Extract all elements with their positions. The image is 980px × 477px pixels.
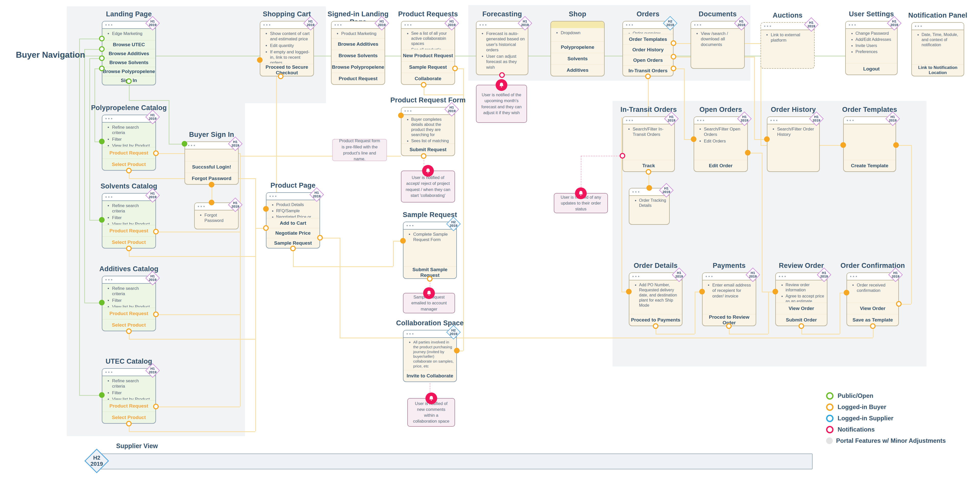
- card-row-logout[interactable]: Logout: [846, 63, 897, 75]
- card-row-succssful-login[interactable]: Succssful Login!: [185, 161, 238, 172]
- card-window[interactable]: Forecast is auto-generated based on user…: [476, 21, 528, 75]
- card-window[interactable]: Enter email address of recepient for ord…: [702, 273, 756, 326]
- card-window[interactable]: Search/Filter In-Transit OrdersTrackH120…: [622, 116, 675, 172]
- connector-port[interactable]: [99, 56, 105, 61]
- card-window[interactable]: Date, Time, Module, and context of notif…: [912, 22, 964, 77]
- card-window[interactable]: Refine search criteriaFilterView list by…: [102, 115, 156, 171]
- card-window[interactable]: Search/Filter Open OrdersEdit OrdersEdit…: [694, 116, 748, 172]
- connector-port[interactable]: [126, 78, 132, 84]
- card-row-edit-order[interactable]: Edit Order: [694, 160, 747, 171]
- connector-port[interactable]: [870, 323, 876, 329]
- card-row-submit-request[interactable]: Submit Request: [401, 144, 455, 155]
- connector-port[interactable]: [799, 323, 804, 329]
- connector-port[interactable]: [398, 113, 404, 118]
- connector-port[interactable]: [153, 229, 159, 235]
- card-row-order-history[interactable]: Order History: [623, 45, 673, 55]
- card-window[interactable]: Add PO Number, Requested delivery date, …: [629, 273, 682, 326]
- connector-port[interactable]: [126, 168, 132, 173]
- connector-port[interactable]: [745, 150, 751, 155]
- card-window[interactable]: Order received confirmationView OrderSav…: [846, 273, 899, 326]
- card-window[interactable]: Refine search criteriaFilterView list by…: [102, 193, 156, 249]
- connector-port[interactable]: [290, 246, 296, 251]
- connector-port[interactable]: [499, 72, 505, 78]
- card-row-browse-polypropelene[interactable]: Browse Polypropelene: [331, 61, 385, 73]
- connector-port[interactable]: [99, 300, 105, 305]
- card-window[interactable]: View /search / download all documentsH12…: [690, 21, 745, 69]
- card-row-browse-additives[interactable]: Browse Additives: [102, 49, 156, 58]
- card-window[interactable]: Order Tracking DetailsH12019: [629, 188, 670, 225]
- card-row-additives[interactable]: Additives: [551, 64, 604, 76]
- connector-port[interactable]: [99, 139, 105, 144]
- connector-port[interactable]: [844, 290, 850, 295]
- connector-port[interactable]: [726, 323, 732, 329]
- card-window[interactable]: Create TemplateH12019: [843, 116, 896, 172]
- card-row-order-templates[interactable]: Order Templates: [623, 34, 673, 45]
- card-row-collaborate[interactable]: Collaborate: [401, 73, 455, 84]
- card-row-view-order[interactable]: View Order: [776, 303, 827, 314]
- card-window[interactable]: Order overviewOrder TemplatesOrder Histo…: [622, 21, 673, 77]
- connector-port[interactable]: [896, 301, 902, 307]
- card-row-product-request[interactable]: Product Request: [102, 225, 156, 236]
- card-row-new-product-request[interactable]: New Product Request: [401, 50, 455, 61]
- connector-port[interactable]: [126, 329, 132, 334]
- card-window[interactable]: Edge MarketingBrowse UTECBrowse Additive…: [102, 21, 156, 85]
- card-row-create-template[interactable]: Create Template: [844, 160, 896, 171]
- connector-port[interactable]: [699, 289, 705, 294]
- connector-port[interactable]: [626, 289, 632, 294]
- card-window[interactable]: Product MarketingBrowse AdditivesBrowse …: [331, 21, 385, 85]
- connector-port[interactable]: [671, 54, 676, 59]
- connector-port[interactable]: [893, 142, 899, 148]
- connector-port[interactable]: [421, 153, 426, 159]
- card-row-add-to-cart[interactable]: Add to Cart: [266, 218, 320, 228]
- connector-port[interactable]: [764, 136, 770, 142]
- card-row-browse-utec[interactable]: Browse UTEC: [102, 40, 156, 49]
- card-window[interactable]: Review order informationAgree to accept …: [775, 273, 827, 326]
- connector-port[interactable]: [671, 40, 676, 46]
- card-row-view-order[interactable]: View Order: [847, 303, 898, 314]
- connector-port[interactable]: [620, 153, 625, 159]
- card-window[interactable]: See a list of all your active collaborat…: [401, 21, 455, 85]
- card-row-browse-solvents[interactable]: Browse Solvents: [331, 50, 385, 61]
- connector-port[interactable]: [126, 246, 132, 251]
- card-row-product-request[interactable]: Product Request: [102, 400, 156, 412]
- connector-port[interactable]: [99, 217, 105, 223]
- card-row-invite-to-collaborate[interactable]: Invite to Collaborate: [404, 370, 456, 381]
- card-window[interactable]: All parties involved in the product purc…: [403, 330, 457, 382]
- connector-port[interactable]: [257, 57, 262, 63]
- connector-port[interactable]: [400, 238, 406, 244]
- connector-port[interactable]: [646, 169, 651, 175]
- card-window[interactable]: Buyer completes details about the produc…: [401, 107, 455, 156]
- card-row-sample-request[interactable]: Sample Request: [401, 61, 455, 73]
- card-window[interactable]: Search/Filter Order HistoryH12019: [767, 116, 820, 172]
- card-row-product-request[interactable]: Product Request: [102, 308, 156, 319]
- card-window[interactable]: Link to external platformH12019: [760, 22, 815, 69]
- connector-port[interactable]: [99, 392, 105, 398]
- connector-port[interactable]: [99, 65, 105, 71]
- connector-port[interactable]: [653, 323, 659, 329]
- connector-port[interactable]: [645, 73, 651, 79]
- card-row-solvents[interactable]: Solvents: [551, 53, 604, 64]
- card-row-open-orders[interactable]: Open Orders: [623, 55, 673, 65]
- connector-port[interactable]: [263, 206, 269, 212]
- connector-port[interactable]: [278, 73, 283, 79]
- card-window[interactable]: Succssful Login!Forgot PasswordH12019: [185, 142, 239, 185]
- card-row-browse-polypropelene[interactable]: Browse Polypropelene: [102, 67, 156, 76]
- card-window[interactable]: Change PasswordAdd/Edit AddressesInvite …: [845, 21, 897, 75]
- connector-port[interactable]: [773, 289, 778, 294]
- card-window[interactable]: Show content of cart and estimated price…: [260, 21, 314, 77]
- connector-port[interactable]: [317, 235, 323, 241]
- connector-port[interactable]: [99, 46, 105, 52]
- connector-port[interactable]: [99, 36, 105, 41]
- connector-port[interactable]: [209, 182, 215, 187]
- card-window[interactable]: DropdownPolypropeleneSolventsAdditives: [550, 21, 605, 77]
- connector-port[interactable]: [840, 142, 846, 148]
- connector-port[interactable]: [153, 404, 159, 409]
- connector-port[interactable]: [452, 65, 458, 71]
- card-row-product-request[interactable]: Product Request: [331, 73, 385, 84]
- card-row-browse-solvents[interactable]: Browse Solvents: [102, 58, 156, 67]
- connector-port[interactable]: [153, 150, 159, 156]
- card-row-negotiate-price[interactable]: Negotiate Price: [266, 228, 320, 238]
- card-window[interactable]: Forgot PasswordH12019: [194, 203, 239, 229]
- connector-port[interactable]: [126, 421, 132, 426]
- connector-port[interactable]: [454, 348, 460, 353]
